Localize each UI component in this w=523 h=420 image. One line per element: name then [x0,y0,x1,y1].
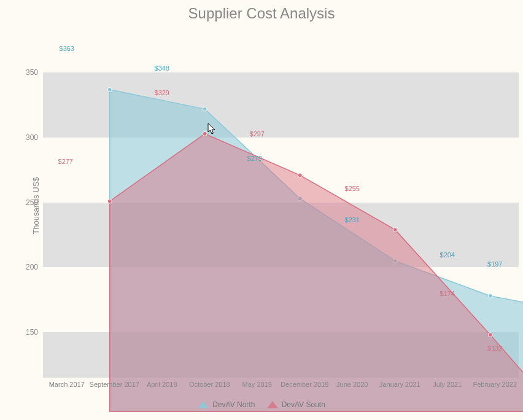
x-tick-label: September 2017 [90,381,139,388]
x-tick-label: April 2018 [147,381,177,388]
x-tick-label: July 2021 [433,381,462,388]
legend-item-north[interactable]: DevAV North [198,400,255,409]
chart-container: Supplier Cost Analysis Thousands US$ 150… [0,0,523,420]
data-label: $255 [345,185,360,192]
data-label: $132 [487,344,502,352]
data-label: $329 [155,89,169,96]
chart-title: Supplier Cost Analysis [0,5,523,22]
x-tick-label: January 2021 [379,381,420,388]
x-tick-label: October 2018 [189,381,230,388]
data-label: $277 [58,158,73,165]
data-point[interactable] [488,294,492,298]
x-tick-label: June 2020 [336,381,368,388]
y-tick-label: 200 [26,263,38,271]
data-point[interactable] [107,199,112,203]
y-tick-label: 300 [26,133,38,142]
y-tick-label: 150 [26,328,38,336]
data-point[interactable] [203,107,207,111]
x-tick-label: May 2019 [242,381,272,388]
data-label: $231 [345,216,360,224]
data-label: $197 [487,260,502,268]
data-label: $174 [440,290,455,297]
series-layer [86,68,523,411]
data-point[interactable] [488,333,492,337]
plot-area[interactable] [43,34,519,378]
data-point[interactable] [393,228,397,232]
legend-item-south[interactable]: DevAV South [267,400,325,409]
triangle-icon [198,401,209,408]
legend-label: DevAV South [282,400,325,409]
x-tick-label: December 2019 [281,381,328,388]
y-tick-label: 250 [26,198,38,207]
data-label: $279 [247,155,262,162]
data-label: $204 [440,251,455,259]
grid-band [43,34,519,72]
data-label: $297 [250,130,265,138]
x-tick-label: February 2022 [473,381,517,388]
data-point[interactable] [298,173,302,177]
data-point[interactable] [107,87,112,91]
triangle-icon [267,401,278,408]
legend-label: DevAV North [212,400,255,409]
data-point[interactable] [203,131,207,136]
legend: DevAV North DevAV South [0,400,523,410]
area-series[interactable] [110,134,523,411]
data-label: $363 [60,45,74,52]
y-tick-label: 350 [26,68,38,77]
data-label: $348 [155,64,169,72]
x-tick-label: March 2017 [49,381,85,388]
